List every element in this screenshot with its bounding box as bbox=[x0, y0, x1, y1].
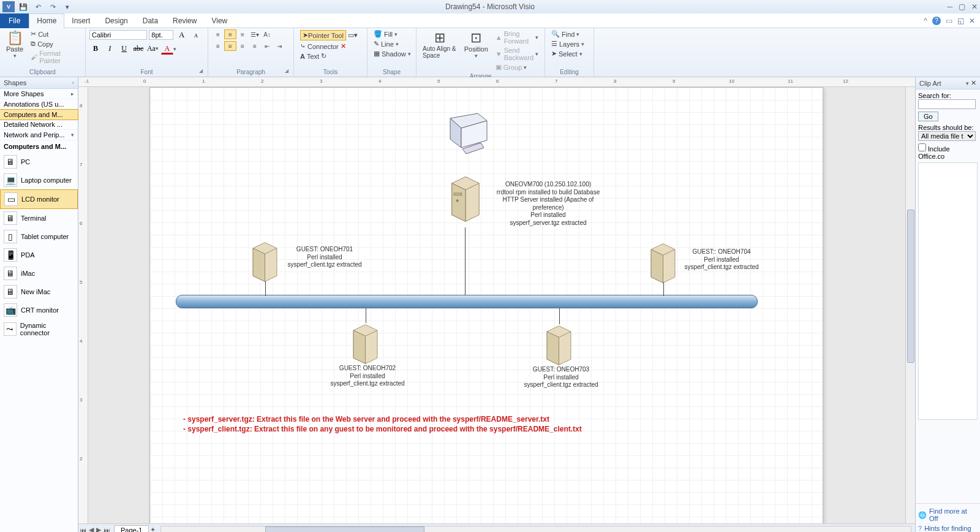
minimize-ribbon-icon[interactable]: ▭ bbox=[946, 17, 952, 25]
clipart-go-button[interactable]: Go bbox=[918, 112, 938, 121]
clipart-close-icon[interactable]: ✕ bbox=[971, 79, 976, 86]
shapes-collapse-icon[interactable]: ‹ bbox=[72, 80, 74, 86]
page-nav-last[interactable]: ⏭ bbox=[102, 526, 111, 533]
line-button[interactable]: ✎Line▾ bbox=[371, 39, 413, 48]
label-guest-701[interactable]: GUEST: ONEOH701 Perl installed sysperf_c… bbox=[285, 246, 364, 269]
pointer-tool-button[interactable]: ➤ Pointer Tool▭▾ bbox=[298, 29, 360, 41]
bullets-button[interactable]: ☰▾ bbox=[249, 29, 261, 39]
text-tool-button[interactable]: AText ↻ bbox=[298, 51, 360, 61]
shape-guest-704[interactable] bbox=[646, 241, 680, 284]
rect-tool[interactable]: ▭▾ bbox=[348, 31, 358, 39]
page-nav-first[interactable]: ⏮ bbox=[78, 526, 88, 533]
page-nav-prev[interactable]: ◀ bbox=[88, 526, 95, 532]
set-annotations[interactable]: Annotations (US u... bbox=[0, 99, 78, 110]
autoalign-button[interactable]: ⊞Auto Align & Space bbox=[420, 29, 459, 60]
shape-lcd-monitor[interactable] bbox=[444, 112, 493, 161]
align-top-button[interactable]: ≡ bbox=[212, 29, 224, 39]
stencil-laptop[interactable]: 💻Laptop computer bbox=[0, 171, 78, 189]
cp-x-icon[interactable]: ✕ bbox=[341, 42, 346, 50]
font-dialog-launcher[interactable]: ◢ bbox=[199, 68, 206, 75]
italic-button[interactable]: I bbox=[104, 43, 116, 54]
bring-forward-button[interactable]: ▲Bring Forward▾ bbox=[493, 29, 541, 45]
tab-insert[interactable]: Insert bbox=[64, 14, 97, 28]
tab-review[interactable]: Review bbox=[165, 14, 204, 28]
note-client[interactable]: - sysperf_client.tgz: Extract this file … bbox=[183, 425, 612, 434]
case-button[interactable]: Aa▾ bbox=[146, 43, 159, 54]
set-network[interactable]: Network and Perip...▾ bbox=[0, 130, 78, 140]
stencil-newimac[interactable]: 🖥New iMac bbox=[0, 283, 78, 301]
bold-button[interactable]: B bbox=[89, 43, 102, 54]
connector-704[interactable] bbox=[663, 283, 664, 296]
layers-button[interactable]: ☰Layers▾ bbox=[549, 39, 587, 48]
page-tab-1[interactable]: Page-1 bbox=[114, 525, 149, 533]
inc-indent-button[interactable]: ⇥ bbox=[273, 41, 285, 51]
copy-button[interactable]: ⧉Copy bbox=[28, 39, 81, 48]
more-shapes-item[interactable]: More Shapes▸ bbox=[0, 89, 78, 99]
clipart-search-input[interactable] bbox=[918, 99, 976, 109]
restore-button[interactable]: ▢ bbox=[959, 2, 965, 11]
align-center-button[interactable]: ≡ bbox=[224, 41, 236, 51]
align-justify-button[interactable]: ≡ bbox=[249, 41, 261, 51]
group-button[interactable]: ▣Group▾ bbox=[493, 63, 541, 72]
drawing-canvas[interactable]: ONEOVM700 (10.250.102.100) rrdtool rpm i… bbox=[88, 87, 905, 523]
hints-link[interactable]: ?Hints for finding bbox=[918, 523, 978, 532]
label-guest-703[interactable]: GUEST: ONEOH703 Perl installed sysperf_c… bbox=[521, 366, 601, 389]
app-close-icon[interactable]: ✕ bbox=[969, 17, 975, 25]
shape-guest-703[interactable] bbox=[542, 323, 576, 366]
clipart-menu-icon[interactable]: ▾ bbox=[966, 80, 969, 86]
horizontal-scrollbar[interactable] bbox=[160, 526, 911, 533]
tab-file[interactable]: File bbox=[0, 13, 29, 28]
find-button[interactable]: 🔍Find▾ bbox=[549, 29, 587, 39]
find-more-link[interactable]: 🌐Find more at Off bbox=[918, 506, 978, 523]
position-button[interactable]: ⊡Position▾ bbox=[462, 29, 491, 60]
stencil-tablet[interactable]: ▯Tablet computer bbox=[0, 227, 78, 246]
align-bottom-button[interactable]: ≡ bbox=[236, 29, 249, 39]
font-color-button[interactable]: A bbox=[161, 44, 173, 55]
align-middle-button[interactable]: ≡ bbox=[224, 29, 236, 39]
vertical-scrollbar[interactable] bbox=[905, 87, 915, 523]
align-right-button[interactable]: ≡ bbox=[236, 41, 249, 51]
send-backward-button[interactable]: ▼Send Backward▾ bbox=[493, 46, 541, 62]
help-icon[interactable]: ? bbox=[932, 17, 941, 25]
tab-design[interactable]: Design bbox=[97, 14, 135, 28]
stencil-pda[interactable]: 📱PDA bbox=[0, 246, 78, 264]
connector-tool-button[interactable]: ⤷Connector ✕ bbox=[298, 42, 360, 51]
strike-button[interactable]: abc bbox=[132, 43, 145, 54]
qat-undo[interactable]: ↶ bbox=[32, 1, 44, 12]
font-size-combo[interactable]: 8pt. bbox=[149, 30, 173, 40]
stencil-dyn[interactable]: ⤳Dynamic connector bbox=[0, 319, 78, 339]
dec-indent-button[interactable]: ⇤ bbox=[261, 41, 273, 51]
tab-view[interactable]: View bbox=[204, 14, 235, 28]
fill-button[interactable]: 🪣Fill▾ bbox=[371, 29, 413, 39]
qat-redo[interactable]: ↷ bbox=[47, 1, 59, 12]
label-server-main[interactable]: ONEOVM700 (10.250.102.100) rrdtool rpm i… bbox=[493, 181, 603, 227]
hscroll-thumb[interactable] bbox=[265, 526, 424, 533]
stencil-imac[interactable]: 🖥iMac bbox=[0, 264, 78, 283]
page-nav-next[interactable]: ▶ bbox=[95, 526, 102, 532]
shape-guest-702[interactable] bbox=[349, 322, 382, 365]
tab-home[interactable]: Home bbox=[29, 13, 64, 28]
vscroll-thumb[interactable] bbox=[907, 210, 914, 363]
connector-703[interactable] bbox=[559, 308, 560, 324]
tab-data[interactable]: Data bbox=[135, 14, 165, 28]
align-left-button[interactable]: ≡ bbox=[212, 41, 224, 51]
page-tab-add[interactable]: ✦ bbox=[149, 526, 157, 532]
label-guest-704[interactable]: GUEST:: ONEOH704 Perl installed sysperf_… bbox=[682, 248, 761, 272]
drawing-page[interactable]: ONEOVM700 (10.250.102.100) rrdtool rpm i… bbox=[149, 87, 823, 523]
paragraph-dialog-launcher[interactable]: ◢ bbox=[285, 68, 292, 75]
grow-font-button[interactable]: A bbox=[176, 29, 188, 40]
connector-main[interactable] bbox=[465, 227, 466, 296]
shape-ethernet-pipe[interactable] bbox=[176, 295, 758, 308]
ribbon-up-icon[interactable]: ^ bbox=[924, 17, 927, 25]
qat-save[interactable]: 💾 bbox=[17, 1, 29, 12]
shadow-button[interactable]: ▦Shadow▾ bbox=[371, 49, 413, 58]
underline-button[interactable]: U bbox=[118, 43, 130, 54]
results-select[interactable]: All media file t bbox=[918, 131, 976, 141]
cut-button[interactable]: ✂Cut bbox=[28, 29, 81, 39]
connector-701[interactable] bbox=[265, 281, 266, 296]
connector-702[interactable] bbox=[366, 308, 366, 323]
app-restore-icon[interactable]: ◱ bbox=[957, 17, 964, 25]
set-computers[interactable]: Computers and M... bbox=[0, 109, 78, 120]
stencil-terminal[interactable]: 🖥Terminal bbox=[0, 209, 78, 227]
set-detailed[interactable]: Detailed Network ... bbox=[0, 120, 78, 130]
